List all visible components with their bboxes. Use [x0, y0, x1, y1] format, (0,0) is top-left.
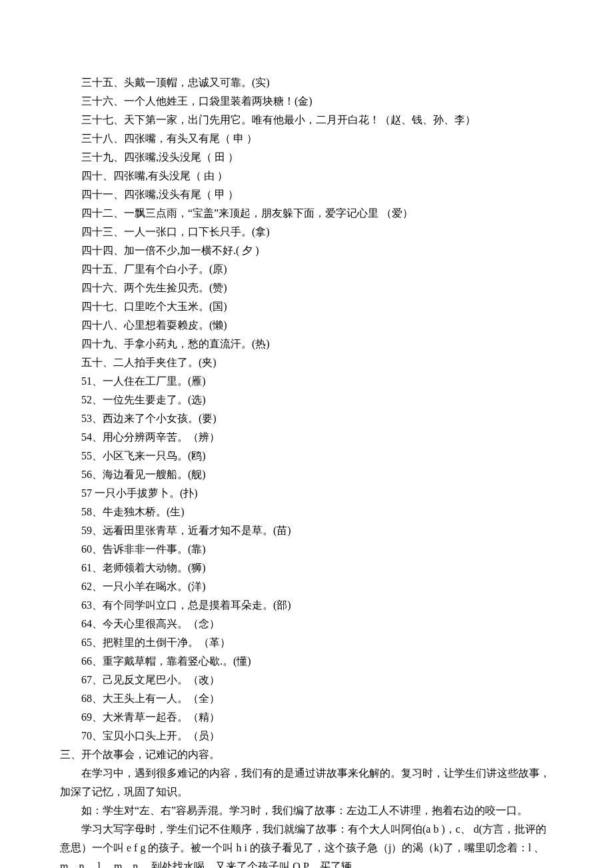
riddle-item: 三十九、四张嘴,没头没尾（ 田 ）: [60, 148, 553, 167]
riddle-item: 61、老师领着大动物。(狮): [60, 559, 553, 577]
riddle-item: 四十七、口里吃个大玉米。(国): [60, 297, 553, 316]
riddle-item: 51、一人住在工厂里。(雁): [60, 372, 553, 391]
riddle-item: 58、牛走独木桥。(生): [60, 503, 553, 521]
riddle-item: 四十八、心里想着耍赖皮。(懒): [60, 316, 553, 335]
section-heading: 三、开个故事会，记难记的内容。: [60, 745, 553, 764]
riddle-item: 55、小区飞来一只鸟。(鸥): [60, 447, 553, 465]
riddle-item: 57 一只小手拔萝卜。(扑): [60, 484, 553, 503]
body-paragraph: 学习大写字母时，学生们记不住顺序，我们就编了故事：有个大人叫阿伯(a b )，c…: [60, 820, 553, 868]
riddle-item: 三十七、天下第一家，出门先用它。唯有他最小，二月开白花！（赵、钱、孙、李）: [60, 111, 553, 129]
body-paragraph: 如：学生对“左、右”容易弄混。学习时，我们编了故事：左边工人不讲理，抱着右边的咬…: [60, 801, 553, 820]
riddle-item: 69、大米青草一起吞。（精）: [60, 708, 553, 727]
riddle-item: 四十六、两个先生捡贝壳。(赞): [60, 279, 553, 297]
riddle-item: 三十五、头戴一顶帽，忠诚又可靠。(实): [60, 73, 553, 92]
riddle-item: 四十二、一飘三点雨，“宝盖”来顶起，朋友躲下面，爱字记心里 （爱）: [60, 204, 553, 223]
riddle-item: 67、己见反文尾巴小。（改）: [60, 671, 553, 689]
riddle-item: 70、宝贝小口头上开。（员）: [60, 727, 553, 745]
riddle-item: 三十八、四张嘴，有头又有尾（ 申 ）: [60, 129, 553, 148]
riddle-item: 63、有个同学叫立口，总是摸着耳朵走。(部): [60, 596, 553, 615]
riddle-item: 62、一只小羊在喝水。(洋): [60, 577, 553, 596]
riddle-item: 52、一位先生要走了。(选): [60, 391, 553, 409]
riddle-item: 五十、二人拍手夹住了。(夹): [60, 353, 553, 372]
riddle-item: 68、大王头上有一人。（全）: [60, 689, 553, 708]
riddle-list: 三十五、头戴一顶帽，忠诚又可靠。(实) 三十六、一个人他姓王，口袋里装着两块糖！…: [60, 73, 553, 745]
riddle-item: 56、海边看见一艘船。(舰): [60, 465, 553, 484]
riddle-item: 54、用心分辨两辛苦。（辨）: [60, 428, 553, 447]
riddle-item: 四十九、手拿小药丸，愁的直流汗。(热): [60, 335, 553, 353]
document-page: 三十五、头戴一顶帽，忠诚又可靠。(实) 三十六、一个人他姓王，口袋里装着两块糖！…: [0, 0, 613, 868]
riddle-item: 三十六、一个人他姓王，口袋里装着两块糖！(金): [60, 92, 553, 111]
riddle-item: 四十五、厂里有个白小子。(原): [60, 260, 553, 279]
riddle-item: 60、告诉非非一件事。(靠): [60, 540, 553, 559]
riddle-item: 59、远看田里张青草，近看才知不是草。(苗): [60, 521, 553, 540]
riddle-item: 四十、四张嘴,有头没尾（ 由 ）: [60, 167, 553, 185]
riddle-item: 53、西边来了个小女孩。(要): [60, 409, 553, 428]
riddle-item: 65、把鞋里的土倒干净。（革）: [60, 633, 553, 652]
riddle-item: 64、今天心里很高兴。（念）: [60, 615, 553, 633]
riddle-item: 四十一、四张嘴,没头有尾（ 甲 ）: [60, 185, 553, 204]
riddle-item: 66、重字戴草帽，靠着竖心歇.。(懂): [60, 652, 553, 671]
body-paragraph: 在学习中，遇到很多难记的内容，我们有的是通过讲故事来化解的。复习时，让学生们讲这…: [60, 764, 553, 801]
riddle-item: 四十三、一人一张口，口下长只手。(拿): [60, 223, 553, 241]
riddle-item: 四十四、加一倍不少,加一横不好.( 夕 ): [60, 241, 553, 260]
